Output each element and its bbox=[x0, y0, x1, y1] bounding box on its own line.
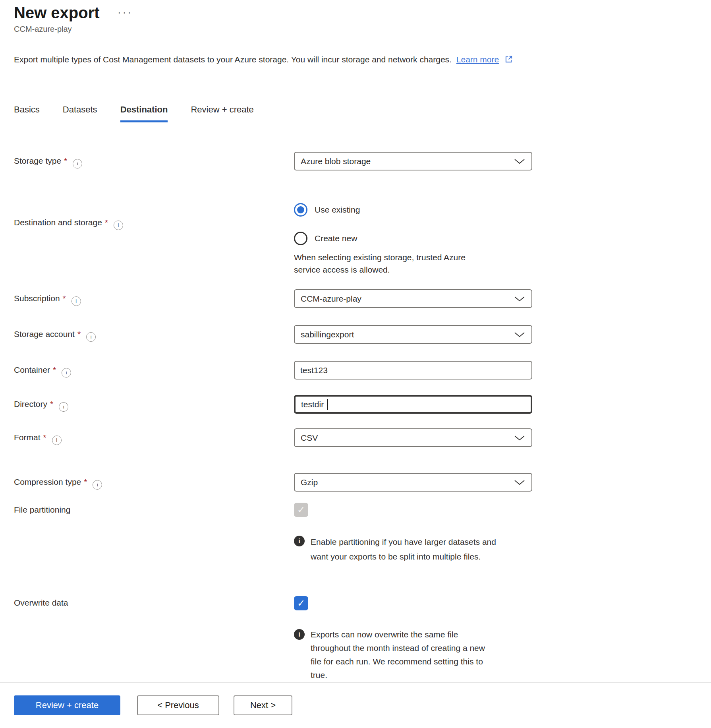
file-partitioning-note: i Enable partitioning if you have larger… bbox=[294, 534, 511, 564]
next-button[interactable]: Next > bbox=[234, 695, 292, 715]
format-dropdown[interactable]: CSV bbox=[294, 428, 532, 447]
radio-create-new-label: Create new bbox=[315, 234, 357, 243]
text-cursor bbox=[327, 399, 328, 410]
tab-basics[interactable]: Basics bbox=[14, 105, 40, 122]
radio-use-existing[interactable]: Use existing bbox=[294, 203, 360, 217]
info-icon[interactable]: i bbox=[62, 368, 71, 378]
new-export-blade: New export ··· CCM-azure-play Export mul… bbox=[0, 0, 711, 728]
description-text: Export multiple types of Cost Management… bbox=[14, 55, 452, 64]
directory-input[interactable] bbox=[294, 395, 532, 414]
radio-selected-icon bbox=[294, 203, 307, 217]
compression-type-label: Compression type*i bbox=[14, 476, 102, 490]
file-partitioning-label: File partitioning bbox=[14, 504, 70, 516]
chevron-down-icon bbox=[514, 479, 526, 486]
subscription-subtitle: CCM-azure-play bbox=[14, 25, 72, 34]
wizard-tabs: Basics Datasets Destination Review + cre… bbox=[14, 105, 254, 122]
chevron-down-icon bbox=[514, 331, 526, 338]
chevron-down-icon bbox=[514, 296, 526, 302]
info-icon[interactable]: i bbox=[93, 480, 102, 490]
storage-type-dropdown[interactable]: Azure blob storage bbox=[294, 152, 532, 170]
chevron-down-icon bbox=[514, 158, 526, 165]
check-icon: ✓ bbox=[297, 598, 305, 609]
container-label: Container*i bbox=[14, 364, 71, 378]
radio-unselected-icon bbox=[294, 232, 307, 245]
more-menu-icon[interactable]: ··· bbox=[118, 6, 133, 19]
info-icon[interactable]: i bbox=[73, 159, 82, 168]
info-icon[interactable]: i bbox=[86, 332, 96, 342]
radio-use-existing-label: Use existing bbox=[315, 205, 360, 215]
subscription-label: Subscription*i bbox=[14, 292, 81, 306]
previous-button[interactable]: < Previous bbox=[137, 695, 219, 715]
overwrite-data-note: i Exports can now overwrite the same fil… bbox=[294, 628, 497, 682]
check-icon: ✓ bbox=[297, 504, 305, 515]
tab-datasets[interactable]: Datasets bbox=[63, 105, 97, 122]
tab-review-create[interactable]: Review + create bbox=[191, 105, 253, 122]
overwrite-data-label: Overwrite data bbox=[14, 597, 68, 609]
storage-type-label: Storage type*i bbox=[14, 155, 82, 168]
file-partitioning-note-text: Enable partitioning if you have larger d… bbox=[311, 534, 511, 564]
footer-divider bbox=[0, 682, 711, 683]
info-filled-icon: i bbox=[294, 629, 305, 640]
chevron-down-icon bbox=[514, 435, 526, 441]
info-filled-icon: i bbox=[294, 536, 305, 546]
learn-more-link[interactable]: Learn more bbox=[456, 55, 499, 64]
compression-type-dropdown[interactable]: Gzip bbox=[294, 473, 532, 492]
container-input[interactable] bbox=[294, 361, 532, 379]
external-link-icon[interactable] bbox=[504, 55, 513, 66]
storage-type-value: Azure blob storage bbox=[301, 157, 371, 166]
subscription-value: CCM-azure-play bbox=[301, 294, 361, 304]
format-value: CSV bbox=[301, 433, 318, 443]
review-create-button[interactable]: Review + create bbox=[14, 695, 120, 715]
storage-account-dropdown[interactable]: sabillingexport bbox=[294, 325, 532, 344]
info-icon[interactable]: i bbox=[114, 221, 123, 230]
overwrite-data-checkbox[interactable]: ✓ bbox=[294, 596, 308, 610]
info-icon[interactable]: i bbox=[52, 436, 62, 445]
storage-account-label: Storage account*i bbox=[14, 328, 96, 342]
storage-account-value: sabillingexport bbox=[301, 330, 354, 339]
tab-destination[interactable]: Destination bbox=[120, 105, 168, 122]
compression-type-value: Gzip bbox=[301, 478, 318, 487]
overwrite-data-note-text: Exports can now overwrite the same file … bbox=[311, 628, 497, 682]
info-icon[interactable]: i bbox=[59, 402, 68, 412]
file-partitioning-checkbox: ✓ bbox=[294, 503, 308, 517]
directory-label: Directory*i bbox=[14, 398, 68, 412]
destination-helper-text: When selecting existing storage, trusted… bbox=[294, 251, 493, 276]
info-icon[interactable]: i bbox=[71, 296, 81, 306]
description: Export multiple types of Cost Management… bbox=[14, 55, 513, 66]
format-label: Format*i bbox=[14, 432, 62, 445]
subscription-dropdown[interactable]: CCM-azure-play bbox=[294, 289, 532, 308]
radio-create-new[interactable]: Create new bbox=[294, 232, 357, 245]
destination-and-storage-label: Destination and storage*i bbox=[14, 217, 123, 230]
page-title: New export bbox=[14, 4, 100, 22]
